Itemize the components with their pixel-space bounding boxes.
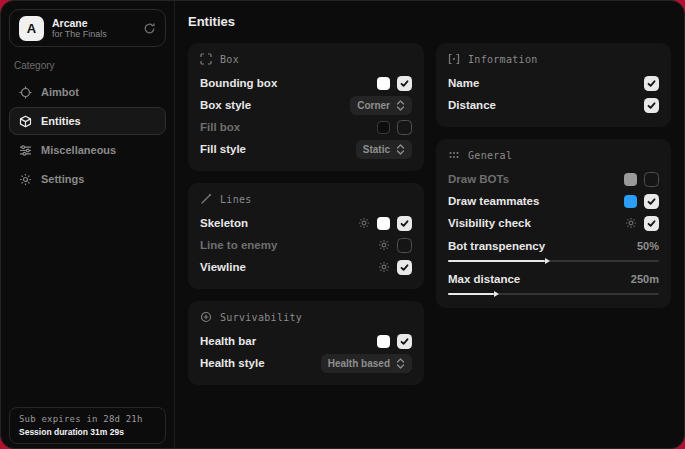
fill-style-select[interactable]: Static bbox=[356, 140, 412, 159]
row-settings-gear-icon[interactable] bbox=[378, 239, 390, 251]
setting-row-bounding-box: Bounding box bbox=[200, 72, 412, 94]
entities-icon bbox=[19, 115, 32, 128]
setting-label: Visibility check bbox=[448, 217, 531, 229]
setting-row-draw-bots: Draw BOTs bbox=[448, 168, 659, 190]
setting-label: Distance bbox=[448, 99, 496, 111]
section-general: General Draw BOTs Draw teammates bbox=[436, 139, 671, 308]
setting-label: Bot transpenency bbox=[448, 240, 545, 252]
slider-bot-transparency: Bot transpenency 50% bbox=[448, 237, 659, 262]
slider-fill[interactable] bbox=[448, 293, 494, 295]
sliders-icon bbox=[19, 144, 32, 157]
color-swatch[interactable] bbox=[624, 173, 637, 186]
setting-row-name: Name bbox=[448, 72, 659, 94]
slider-max-distance: Max distance 250m bbox=[448, 270, 659, 295]
color-swatch[interactable] bbox=[377, 335, 390, 348]
setting-label: Bounding box bbox=[200, 77, 277, 89]
grid-icon bbox=[448, 149, 460, 161]
box-style-select[interactable]: Corner bbox=[350, 96, 412, 115]
setting-row-skeleton: Skeleton bbox=[200, 212, 412, 234]
setting-label: Skeleton bbox=[200, 217, 248, 229]
information-icon bbox=[448, 53, 460, 65]
setting-label: Health style bbox=[200, 357, 265, 369]
sidebar-item-aimbot[interactable]: Aimbot bbox=[9, 78, 166, 106]
chevron-up-down-icon bbox=[396, 358, 405, 369]
section-lines: Lines Skeleton bbox=[188, 183, 424, 289]
checkbox-checked[interactable] bbox=[644, 98, 659, 113]
setting-row-health-bar: Health bar bbox=[200, 330, 412, 352]
setting-row-fill-box: Fill box bbox=[200, 116, 412, 138]
checkbox-checked[interactable] bbox=[644, 194, 659, 209]
checkbox-unchecked[interactable] bbox=[397, 120, 412, 135]
sidebar-item-entities[interactable]: Entities bbox=[9, 107, 166, 135]
setting-label: Box style bbox=[200, 99, 251, 111]
setting-label: Viewline bbox=[200, 261, 246, 273]
health-style-select[interactable]: Health based bbox=[321, 354, 412, 373]
select-value: Health based bbox=[328, 358, 390, 369]
checkbox-checked[interactable] bbox=[397, 216, 412, 231]
setting-row-box-style: Box style Corner bbox=[200, 94, 412, 116]
color-swatch[interactable] bbox=[624, 195, 637, 208]
app-logo: A bbox=[19, 16, 44, 41]
setting-label: Name bbox=[448, 77, 479, 89]
setting-row-line-to-enemy: Line to enemy bbox=[200, 234, 412, 256]
chevron-up-down-icon bbox=[396, 100, 405, 111]
color-swatch[interactable] bbox=[377, 121, 390, 134]
main-panel: Entities Box Bounding box bbox=[175, 1, 684, 448]
gear-icon bbox=[19, 173, 32, 186]
sidebar-item-miscellaneous[interactable]: Miscellaneous bbox=[9, 136, 166, 164]
checkbox-checked[interactable] bbox=[644, 76, 659, 91]
setting-label: Draw BOTs bbox=[448, 173, 509, 185]
setting-row-viewline: Viewline bbox=[200, 256, 412, 278]
setting-label: Line to enemy bbox=[200, 239, 277, 251]
sub-expiry-text: Sub expires in 28d 21h bbox=[19, 414, 156, 424]
sidebar-item-label: Entities bbox=[41, 115, 81, 127]
section-title: Lines bbox=[220, 194, 252, 205]
color-swatch[interactable] bbox=[377, 77, 390, 90]
slider-fill[interactable] bbox=[448, 260, 545, 262]
checkbox-unchecked[interactable] bbox=[644, 172, 659, 187]
checkbox-unchecked[interactable] bbox=[397, 238, 412, 253]
section-title: Box bbox=[220, 54, 239, 65]
category-label: Category bbox=[14, 60, 161, 71]
page-title: Entities bbox=[188, 14, 671, 29]
slider-value: 50% bbox=[637, 240, 659, 252]
refresh-icon[interactable] bbox=[143, 22, 156, 35]
section-title: Information bbox=[468, 54, 538, 65]
row-settings-gear-icon[interactable] bbox=[625, 217, 637, 229]
sidebar-item-settings[interactable]: Settings bbox=[9, 165, 166, 193]
setting-row-visibility-check: Visibility check bbox=[448, 212, 659, 234]
chevron-up-down-icon bbox=[396, 144, 405, 155]
row-settings-gear-icon[interactable] bbox=[358, 217, 370, 229]
slider-track[interactable] bbox=[448, 293, 659, 295]
checkbox-checked[interactable] bbox=[397, 76, 412, 91]
section-survivability: Survivability Health bar Health style bbox=[188, 301, 424, 385]
checkbox-checked[interactable] bbox=[397, 334, 412, 349]
checkbox-checked[interactable] bbox=[644, 216, 659, 231]
session-duration-text: Session duration 31m 29s bbox=[19, 427, 156, 437]
crosshair-icon bbox=[19, 86, 32, 99]
survivability-icon bbox=[200, 311, 212, 323]
color-swatch[interactable] bbox=[377, 217, 390, 230]
sidebar-item-label: Aimbot bbox=[41, 86, 79, 98]
section-information: Information Name Distance bbox=[436, 43, 671, 127]
slider-value: 250m bbox=[631, 273, 659, 285]
section-title: General bbox=[468, 150, 512, 161]
setting-row-draw-teammates: Draw teammates bbox=[448, 190, 659, 212]
setting-label: Fill style bbox=[200, 143, 246, 155]
setting-label: Fill box bbox=[200, 121, 240, 133]
diagonal-line-icon bbox=[200, 193, 212, 205]
setting-row-distance: Distance bbox=[448, 94, 659, 116]
section-box: Box Bounding box Box style bbox=[188, 43, 424, 171]
sidebar-nav: Aimbot Entities bbox=[1, 78, 174, 193]
setting-label: Health bar bbox=[200, 335, 256, 347]
setting-row-health-style: Health style Health based bbox=[200, 352, 412, 374]
setting-label: Max distance bbox=[448, 273, 520, 285]
slider-track[interactable] bbox=[448, 260, 659, 262]
app-name: Arcane bbox=[52, 17, 107, 29]
row-settings-gear-icon[interactable] bbox=[378, 261, 390, 273]
setting-label: Draw teammates bbox=[448, 195, 539, 207]
checkbox-checked[interactable] bbox=[397, 260, 412, 275]
app-card: A Arcane for The Finals bbox=[9, 9, 166, 47]
subscription-info-card: Sub expires in 28d 21h Session duration … bbox=[9, 407, 166, 444]
sidebar-item-label: Miscellaneous bbox=[41, 144, 116, 156]
